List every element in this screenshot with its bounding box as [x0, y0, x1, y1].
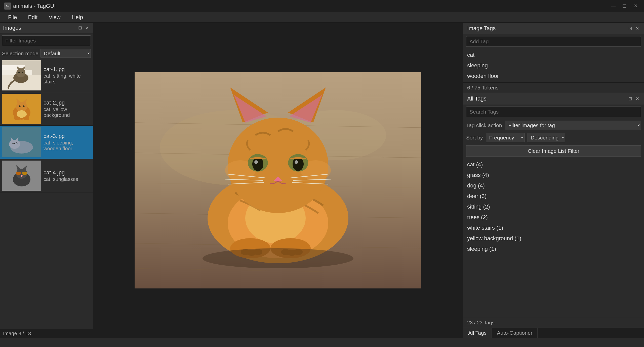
- menu-edit[interactable]: Edit: [23, 13, 43, 22]
- image-filename-cat4: cat-4.jpg: [44, 169, 91, 176]
- selection-mode-select[interactable]: Default Single Multiple: [41, 49, 91, 58]
- images-panel-title: Images: [3, 25, 21, 31]
- panel-close-button[interactable]: ✕: [84, 25, 90, 31]
- image-status: Image 3 / 13: [3, 331, 31, 336]
- image-list: cat-1.jpg cat, sitting, white stairs: [0, 59, 93, 329]
- main-image-svg: [135, 72, 421, 288]
- image-tags-cat1: cat, sitting, white stairs: [44, 73, 91, 85]
- svg-point-63: [252, 157, 263, 171]
- tag-click-action-select[interactable]: Filter images for tag Add/Remove tag Ren…: [505, 121, 641, 130]
- restore-button[interactable]: ❐: [620, 3, 629, 10]
- svg-point-68: [295, 160, 298, 164]
- menu-file[interactable]: File: [3, 13, 22, 22]
- svg-rect-30: [16, 172, 21, 175]
- image-tag-list: cat sleeping wooden floor: [463, 49, 644, 82]
- tokens-row: 6 / 75 Tokens: [463, 82, 644, 93]
- image-viewer: [93, 23, 463, 338]
- image-item-cat2[interactable]: cat-2.jpg cat, yellow background: [0, 92, 93, 126]
- tag-action-label: Tag click action: [466, 122, 502, 128]
- all-tag-dog[interactable]: dog (4): [463, 180, 644, 191]
- tags-count-row: 23 / 23 Tags: [463, 318, 644, 328]
- selection-mode-label: Selection mode: [2, 51, 38, 57]
- title-bar-left: 🏷 animals - TagGUI: [4, 3, 56, 10]
- image-tags-cat4: cat, sunglasses: [44, 176, 91, 182]
- all-tag-yellow-background[interactable]: yellow background (1): [463, 233, 644, 244]
- sort-label: Sort by: [466, 135, 483, 141]
- image-info-cat4: cat-4.jpg cat, sunglasses: [44, 169, 91, 182]
- svg-point-18: [14, 116, 20, 120]
- main-image-display: [135, 72, 421, 288]
- image-tags-undock-btn[interactable]: ⊡: [627, 26, 633, 31]
- image-filename-cat3: cat-3.jpg: [44, 133, 91, 139]
- menu-view[interactable]: View: [44, 13, 65, 22]
- images-panel-header: Images ⊡ ✕: [0, 23, 93, 33]
- sort-by-select[interactable]: Frequency Alphabetical Count: [486, 133, 525, 142]
- image-thumb-cat1: [2, 60, 41, 90]
- all-tags-header: All Tags ⊡ ✕: [463, 93, 644, 105]
- tag-item-sleeping[interactable]: sleeping: [463, 60, 644, 71]
- sort-order-select[interactable]: Descending Ascending: [528, 133, 565, 142]
- add-tag-input[interactable]: [466, 36, 641, 47]
- title-bar-controls: — ❐ ✕: [609, 3, 640, 10]
- selection-mode-row: Selection mode Default Single Multiple: [0, 48, 93, 59]
- all-tags-list: cat (4) grass (4) dog (4) deer (3) sitti…: [463, 158, 644, 318]
- image-thumb-cat3: [2, 127, 41, 157]
- image-tags-close-btn[interactable]: ✕: [634, 26, 640, 31]
- close-button[interactable]: ✕: [631, 3, 640, 10]
- tag-click-action-row: Tag click action Filter images for tag A…: [463, 119, 644, 131]
- bottom-tabs: All Tags Auto-Captioner: [463, 328, 644, 338]
- svg-point-8: [18, 72, 20, 73]
- image-filename-cat2: cat-2.jpg: [44, 100, 91, 106]
- image-tags-cat3: cat, sleeping, wooden floor: [44, 140, 91, 152]
- clear-filter-button[interactable]: Clear Image List Filter: [466, 145, 641, 157]
- tokens-count: 6 / 75 Tokens: [467, 85, 499, 90]
- svg-point-33: [21, 175, 23, 177]
- all-tag-deer[interactable]: deer (3): [463, 191, 644, 202]
- all-tag-white-stairs[interactable]: white stairs (1): [463, 223, 644, 233]
- all-tag-trees[interactable]: trees (2): [463, 212, 644, 223]
- filter-images-input[interactable]: [2, 35, 91, 46]
- image-tags-cat2: cat, yellow background: [44, 107, 91, 118]
- all-tag-cat[interactable]: cat (4): [463, 159, 644, 170]
- search-tags-input[interactable]: [466, 107, 641, 117]
- sort-row: Sort by Frequency Alphabetical Count Des…: [463, 131, 644, 144]
- image-info-cat3: cat-3.jpg cat, sleeping, wooden floor: [44, 133, 91, 152]
- minimize-button[interactable]: —: [609, 3, 618, 10]
- svg-point-19: [23, 116, 29, 120]
- menu-help[interactable]: Help: [67, 13, 88, 22]
- all-tag-sitting[interactable]: sitting (2): [463, 202, 644, 212]
- image-info-cat2: cat-2.jpg cat, yellow background: [44, 100, 91, 118]
- status-bar: Image 3 / 13: [0, 329, 93, 338]
- svg-rect-31: [22, 172, 27, 175]
- all-tag-sleeping[interactable]: sleeping (1): [463, 244, 644, 254]
- image-tags-title: Image Tags: [467, 25, 496, 32]
- svg-point-9: [22, 72, 23, 73]
- image-item-cat1[interactable]: cat-1.jpg cat, sitting, white stairs: [0, 59, 93, 92]
- image-item-cat4[interactable]: cat-4.jpg cat, sunglasses: [0, 159, 93, 192]
- all-tags-section: All Tags ⊡ ✕ Tag click action Filter ima…: [463, 93, 644, 338]
- panel-undock-button[interactable]: ⊡: [77, 25, 83, 31]
- tag-item-cat[interactable]: cat: [463, 50, 644, 60]
- image-thumb-cat4: [2, 161, 41, 191]
- svg-point-16: [23, 106, 25, 107]
- svg-point-76: [203, 248, 353, 268]
- tab-all-tags[interactable]: All Tags: [463, 328, 492, 338]
- image-tags-header: Image Tags ⊡ ✕: [463, 23, 644, 34]
- all-tag-grass[interactable]: grass (4): [463, 170, 644, 180]
- svg-point-15: [19, 106, 21, 107]
- image-info-cat1: cat-1.jpg cat, sitting, white stairs: [44, 66, 91, 85]
- image-tags-section: Image Tags ⊡ ✕ cat sleeping wooden floor…: [463, 23, 644, 93]
- all-tags-close-btn[interactable]: ✕: [634, 96, 640, 102]
- all-tags-title: All Tags: [467, 95, 487, 102]
- all-tags-undock-btn[interactable]: ⊡: [627, 96, 633, 102]
- svg-point-67: [293, 157, 304, 171]
- tags-count: 23 / 23 Tags: [467, 320, 495, 325]
- tab-auto-captioner[interactable]: Auto-Captioner: [492, 328, 538, 338]
- svg-point-22: [9, 140, 20, 149]
- images-panel: Images ⊡ ✕ Selection mode Default Single…: [0, 23, 93, 338]
- image-item-cat3[interactable]: cat-3.jpg cat, sleeping, wooden floor: [0, 126, 93, 159]
- main-layout: Images ⊡ ✕ Selection mode Default Single…: [0, 23, 644, 338]
- menu-bar: File Edit View Help: [0, 12, 644, 23]
- tag-item-wooden-floor[interactable]: wooden floor: [463, 71, 644, 81]
- window-title: animals - TagGUI: [13, 3, 56, 9]
